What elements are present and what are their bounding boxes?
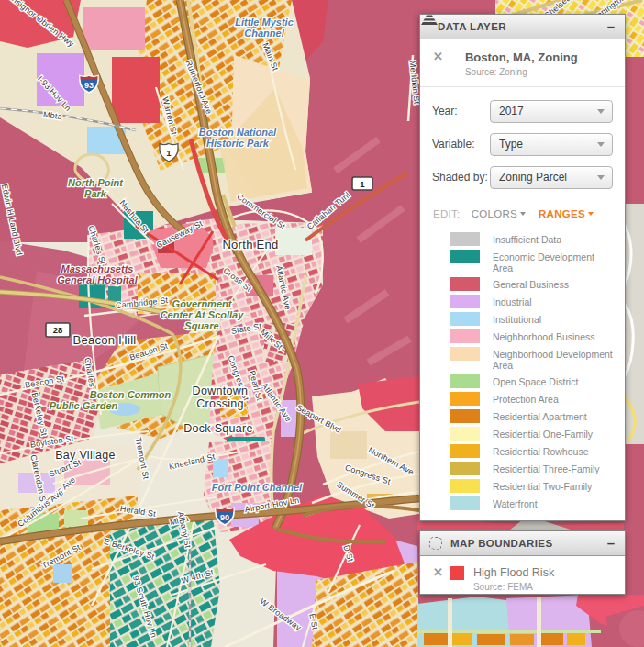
legend-item: Residential One-Family (450, 427, 616, 441)
legend-swatch (450, 277, 480, 291)
minimize-data-layer-button[interactable]: – (607, 22, 615, 31)
legend-label: Residential Apartment (493, 409, 587, 422)
legend-label: Residential One-Family (493, 427, 593, 440)
boundary-source: Source: FEMA (473, 582, 554, 592)
legend-swatch (450, 250, 480, 263)
legend-label: Protection Area (493, 392, 559, 405)
svg-text:Channel: Channel (244, 28, 284, 39)
svg-text:Dock Square: Dock Square (183, 422, 253, 435)
svg-text:Public Garden: Public Garden (50, 400, 118, 411)
legend-item: Protection Area (450, 392, 616, 406)
map-boundaries-panel: MAP BOUNDARIES – ✕ High Flood Risk Sourc… (419, 530, 626, 595)
legend-item: Waterfront (450, 496, 616, 510)
legend-item: Residential Three-Family (450, 462, 616, 475)
variable-label: Variable: (432, 138, 490, 151)
data-layer-panel-body: ✕ Boston, MA, Zoning Source: Zoning Year… (420, 39, 625, 510)
shield-route1: 1 (352, 177, 372, 190)
legend-label: Residential Three-Family (493, 462, 600, 474)
chevron-down-icon (597, 142, 605, 147)
legend-item: Neighborhood Development Area (450, 347, 616, 371)
edit-label: EDIT: (433, 208, 461, 219)
chevron-down-icon (520, 212, 526, 216)
legend-item: Open Space District (450, 374, 616, 388)
svg-text:28: 28 (53, 325, 63, 335)
variable-field: Variable: Type (420, 128, 625, 161)
layer-title: Boston, MA, Zoning (465, 50, 578, 64)
legend-item: Residential Rowhouse (450, 444, 616, 458)
minimize-map-boundaries-button[interactable]: – (607, 539, 615, 548)
close-boundary-button[interactable]: ✕ (433, 566, 443, 578)
boundary-label: High Flood Risk (473, 566, 554, 579)
legend-swatch (450, 232, 480, 246)
data-layer-panel-header[interactable]: DATA LAYER – (420, 15, 625, 39)
shaded-by-label: Shaded by: (432, 171, 490, 184)
data-layer-panel-title: DATA LAYER (438, 21, 506, 32)
legend-item: Industrial (450, 295, 616, 308)
legend-item: Residential Apartment (450, 409, 616, 423)
svg-text:Boston Common: Boston Common (90, 389, 172, 400)
svg-text:1: 1 (166, 148, 172, 158)
legend-swatch (450, 444, 480, 458)
legend-label: Insufficient Data (493, 232, 561, 245)
map-boundaries-panel-header[interactable]: MAP BOUNDARIES – (420, 531, 625, 556)
svg-text:90: 90 (220, 513, 229, 522)
chevron-down-icon (588, 212, 594, 216)
legend-label: Open Space District (493, 374, 578, 387)
svg-text:Beacon Hill: Beacon Hill (72, 333, 136, 347)
legend-swatch (450, 374, 480, 388)
shaded-by-field: Shaded by: Zoning Parcel (420, 161, 625, 194)
legend-swatch (450, 312, 480, 326)
svg-text:Center At Scollay: Center At Scollay (161, 309, 245, 320)
svg-text:Crossing: Crossing (196, 397, 244, 410)
svg-text:Boston National: Boston National (199, 127, 277, 138)
legend-label: Residential Rowhouse (493, 444, 588, 457)
legend-label: Industrial (493, 295, 532, 307)
legend-swatch (450, 427, 480, 441)
svg-text:General Hospital: General Hospital (57, 274, 138, 285)
svg-text:Historic Park: Historic Park (206, 138, 270, 149)
legend-swatch (450, 295, 480, 308)
map-boundaries-panel-title: MAP BOUNDARIES (450, 538, 552, 549)
svg-text:Park: Park (84, 188, 107, 199)
svg-text:Fort Point Channel: Fort Point Channel (212, 482, 303, 493)
close-layer-button[interactable]: ✕ (433, 50, 443, 77)
layer-source: Source: Zoning (465, 67, 578, 77)
svg-text:Government: Government (172, 298, 233, 309)
chevron-down-icon (597, 175, 605, 180)
legend: Insufficient Data Economic Development A… (420, 225, 625, 510)
legend-label: Neighborhood Business (493, 329, 595, 342)
legend-swatch (450, 479, 480, 493)
legend-label: Neighborhood Development Area (493, 347, 616, 371)
svg-text:North End: North End (222, 238, 278, 251)
divider (420, 86, 625, 87)
year-label: Year: (432, 105, 490, 117)
year-select[interactable]: 2017 (490, 100, 613, 123)
legend-label: Residential Two-Family (493, 479, 592, 492)
legend-swatch (450, 347, 480, 361)
year-field: Year: 2017 (420, 95, 625, 128)
edit-colors-button[interactable]: COLORS (472, 208, 526, 219)
edit-row: EDIT: COLORS RANGES (420, 194, 625, 225)
legend-swatch (450, 496, 480, 510)
boundary-item: ✕ High Flood Risk Source: FEMA (420, 556, 625, 592)
legend-item: Neighborhood Business (450, 329, 616, 343)
svg-text:Bay Village: Bay Village (55, 449, 116, 462)
svg-text:Square: Square (184, 320, 218, 331)
shield-route28: 28 (46, 323, 70, 337)
legend-label: General Business (493, 277, 569, 290)
edit-ranges-button[interactable]: RANGES (539, 208, 594, 219)
svg-text:Little Mystic: Little Mystic (235, 17, 294, 28)
flood-risk-swatch (450, 566, 464, 580)
legend-swatch (450, 392, 480, 406)
svg-text:North Point: North Point (68, 177, 124, 188)
legend-item: Insufficient Data (450, 232, 616, 246)
svg-text:Downtown: Downtown (193, 385, 249, 397)
variable-select[interactable]: Type (490, 133, 613, 156)
legend-swatch (450, 329, 480, 343)
shaded-by-select[interactable]: Zoning Parcel (490, 166, 613, 189)
legend-swatch (450, 462, 480, 475)
legend-label: Economic Development Area (493, 250, 616, 273)
svg-text:Massachusetts: Massachusetts (61, 263, 134, 274)
map-application: 93 90 1 1 28 Rutherford Ave Main St Warr… (0, 0, 644, 647)
legend-swatch (450, 409, 480, 423)
